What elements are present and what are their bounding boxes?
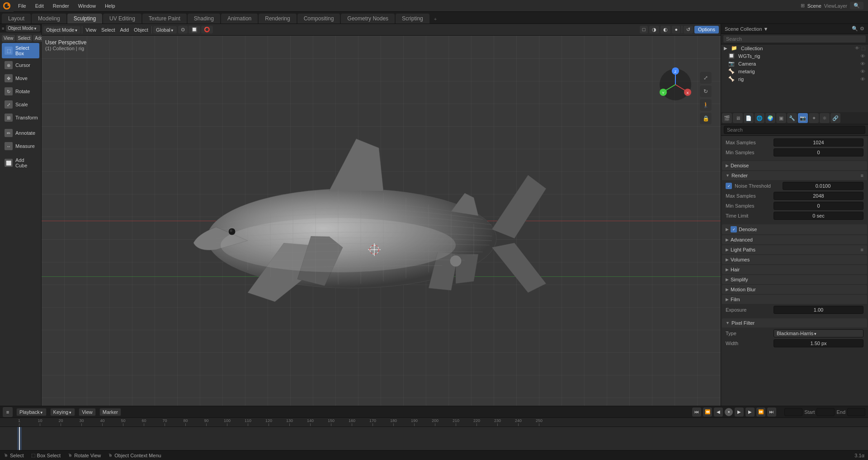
light-paths-menu[interactable]: ≡ — [861, 247, 863, 252]
pivot-btn[interactable]: ⊙ — [178, 26, 188, 33]
collection-eye[interactable]: 👁 — [855, 46, 859, 51]
render-header[interactable]: Render ≡ — [722, 171, 867, 180]
type-dropdown[interactable]: Blackman-Harris▼ — [774, 329, 863, 337]
viewport-mode-dropdown[interactable]: Object Mode▼ — [43, 26, 80, 33]
tab-shading[interactable]: Shading — [188, 14, 220, 24]
noise-threshold-checkbox[interactable]: ✓ — [726, 183, 732, 189]
current-frame-input[interactable]: 1 — [784, 408, 802, 416]
props-tab-particles[interactable]: ✦ — [809, 113, 819, 123]
props-tab-output[interactable]: 🖥 — [733, 113, 743, 123]
viewport-view[interactable]: View — [84, 26, 98, 33]
timeline-track[interactable] — [0, 427, 868, 450]
outliner-wgts[interactable]: 🔲 WGTs_rig 👁 — [721, 52, 868, 60]
gizmo-toggle[interactable]: ↺ — [684, 26, 693, 33]
outliner-collection[interactable]: ▶ 📁 Collection 👁 ⬚ — [721, 44, 868, 52]
tab-texture-paint[interactable]: Texture Paint — [142, 14, 187, 24]
options-btn[interactable]: Options — [694, 26, 719, 33]
tool-add-cube[interactable]: ⬜ Add Cube — [2, 155, 39, 171]
props-search-input[interactable] — [724, 126, 865, 134]
jump-start-btn[interactable]: ⏮ — [692, 408, 701, 417]
box-select-label[interactable]: Box Select — [37, 453, 61, 458]
lock-camera-btn[interactable]: 🔒 — [700, 113, 712, 124]
outliner-rig[interactable]: 🦴 rig 👁 — [721, 75, 868, 83]
viewport-object[interactable]: Object — [132, 26, 150, 33]
film-header[interactable]: Film — [722, 295, 867, 304]
rig-eye[interactable]: 👁 — [860, 76, 865, 82]
tab-rendering[interactable]: Rendering — [259, 14, 296, 24]
tool-cursor[interactable]: ⊕ Cursor — [2, 59, 39, 71]
props-tab-world[interactable]: 🌍 — [765, 113, 775, 123]
tab-compositing[interactable]: Compositing — [297, 14, 340, 24]
outliner-metarig[interactable]: 🦴 metarig 👁 — [721, 67, 868, 75]
menu-help[interactable]: Help — [100, 0, 120, 11]
hair-header[interactable]: Hair — [722, 265, 867, 274]
outliner-camera[interactable]: 📷 Camera 👁 — [721, 60, 868, 67]
jump-end-btn[interactable]: ⏭ — [767, 408, 776, 417]
tool-rotate[interactable]: ↻ Rotate — [2, 85, 39, 98]
shading-solid[interactable]: ◑ — [649, 26, 659, 33]
outliner-search-input[interactable] — [723, 35, 866, 43]
render-menu-btn[interactable]: ≡ — [861, 173, 863, 178]
walk-btn[interactable]: 🚶 — [700, 99, 712, 111]
tool-annotate[interactable]: ✏ Annotate — [2, 127, 39, 139]
props-tab-view-layer[interactable]: 📄 — [744, 113, 754, 123]
props-tab-object[interactable]: ▣ — [776, 113, 786, 123]
denoise1-header[interactable]: Denoise — [722, 161, 867, 170]
tab-modeling[interactable]: Modeling — [32, 14, 66, 24]
volumes-header[interactable]: Volumes — [722, 255, 867, 264]
metarig-eye[interactable]: 👁 — [860, 69, 865, 74]
light-paths-header[interactable]: Light Paths ≡ — [722, 245, 867, 254]
props-tab-active[interactable]: 📷 — [798, 113, 808, 123]
record-btn[interactable]: ● — [725, 408, 733, 416]
play-btn[interactable]: ▶ — [735, 408, 744, 417]
next-frame-btn[interactable]: ⏩ — [756, 408, 765, 417]
tool-move[interactable]: ✥ Move — [2, 72, 39, 85]
keying-btn[interactable]: Keying▼ — [50, 408, 75, 416]
playback-btn[interactable]: Playback▼ — [16, 408, 47, 416]
timeline-header-icon[interactable]: ≡ — [3, 407, 13, 417]
3d-viewport[interactable]: User Perspective (1) Collection | rig — [42, 36, 721, 406]
zoom-extents-btn[interactable]: ⤢ — [700, 72, 712, 84]
width-value[interactable]: 1.50 px — [774, 339, 863, 347]
viewport-add[interactable]: Add — [118, 26, 131, 33]
pixel-filter-header[interactable]: Pixel Filter — [722, 318, 867, 327]
mode-dropdown[interactable]: Object Mode▼ — [6, 25, 40, 32]
next-keyframe-btn[interactable]: ▶ — [745, 408, 755, 417]
outliner-settings[interactable]: ⚙ — [860, 26, 864, 32]
select-menu[interactable]: Select — [16, 35, 33, 42]
prev-frame-btn[interactable]: ⏪ — [703, 408, 712, 417]
render-max-samples-value[interactable]: 2048 — [774, 192, 863, 200]
tab-sculpting[interactable]: Sculpting — [67, 14, 102, 24]
tab-layout[interactable]: Layout — [2, 14, 31, 24]
collection-select[interactable]: ⬚ — [861, 46, 865, 51]
axes-gizmo[interactable]: Z X Y — [657, 66, 693, 103]
camera-eye[interactable]: 👁 — [860, 61, 865, 66]
marker-btn[interactable]: Marker — [99, 408, 121, 416]
shading-render[interactable]: ● — [672, 26, 680, 33]
transform-dropdown[interactable]: Global▼ — [153, 26, 177, 33]
menu-file[interactable]: File — [14, 0, 31, 11]
denoise2-header[interactable]: ✓ Denoise — [722, 224, 867, 234]
motion-blur-header[interactable]: Motion Blur — [722, 285, 867, 294]
wgts-eye[interactable]: 👁 — [860, 53, 865, 59]
prev-keyframe-btn[interactable]: ◀ — [714, 408, 723, 417]
menu-window[interactable]: Window — [74, 0, 100, 11]
time-limit-value[interactable]: 0 sec — [774, 212, 863, 220]
tool-scale[interactable]: ⤢ Scale — [2, 98, 39, 111]
outliner-filter[interactable]: 🔍 — [852, 26, 858, 32]
search-btn[interactable]: 🔍 — [850, 2, 863, 9]
shading-material[interactable]: ◐ — [660, 26, 670, 33]
orbit-btn[interactable]: ↻ — [700, 85, 712, 97]
tab-uv-editing[interactable]: UV Editing — [103, 14, 142, 24]
advanced-header[interactable]: Advanced — [722, 235, 867, 244]
timeline-view-btn[interactable]: View — [79, 408, 96, 416]
viewport-select[interactable]: Select — [99, 26, 117, 33]
tab-animation[interactable]: Animation — [221, 14, 258, 24]
tool-select-box[interactable]: ⬚ Select Box — [2, 43, 39, 58]
tab-scripting[interactable]: Scripting — [396, 14, 429, 24]
tool-measure[interactable]: ↔ Measure — [2, 140, 39, 152]
denoise2-checkbox[interactable]: ✓ — [731, 226, 737, 232]
props-tab-constraints[interactable]: 🔗 — [830, 113, 840, 123]
shading-wire[interactable]: □ — [640, 26, 648, 33]
snap-btn[interactable]: 🔲 — [189, 26, 200, 33]
